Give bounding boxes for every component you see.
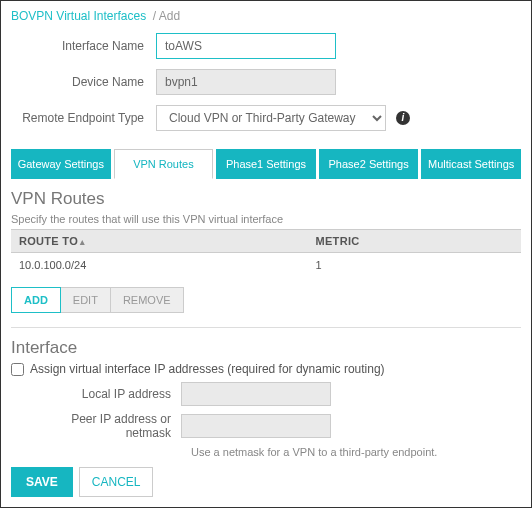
assign-ip-checkbox[interactable] xyxy=(11,363,24,376)
breadcrumb-current: Add xyxy=(159,9,180,23)
tab-multicast-settings[interactable]: Multicast Settings xyxy=(421,149,521,179)
remote-endpoint-label: Remote Endpoint Type xyxy=(11,111,156,125)
col-route-to[interactable]: ROUTE TO▴ xyxy=(11,230,308,253)
netmask-hint: Use a netmask for a VPN to a third-party… xyxy=(191,446,521,458)
interface-title: Interface xyxy=(11,338,521,358)
remote-endpoint-select[interactable]: Cloud VPN or Third-Party Gateway xyxy=(156,105,386,131)
cell-metric: 1 xyxy=(308,253,521,278)
tab-phase2-settings[interactable]: Phase2 Settings xyxy=(319,149,419,179)
vpn-routes-title: VPN Routes xyxy=(11,189,521,209)
device-name-field: bvpn1 xyxy=(156,69,336,95)
tab-gateway-settings[interactable]: Gateway Settings xyxy=(11,149,111,179)
local-ip-input xyxy=(181,382,331,406)
vpn-routes-subtitle: Specify the routes that will use this VP… xyxy=(11,213,521,225)
cancel-button[interactable]: CANCEL xyxy=(79,467,154,497)
local-ip-label: Local IP address xyxy=(11,387,181,401)
cell-route-to: 10.0.100.0/24 xyxy=(11,253,308,278)
peer-ip-input xyxy=(181,414,331,438)
tab-phase1-settings[interactable]: Phase1 Settings xyxy=(216,149,316,179)
tab-vpn-routes[interactable]: VPN Routes xyxy=(114,149,214,179)
routes-table: ROUTE TO▴ METRIC 10.0.100.0/24 1 xyxy=(11,229,521,277)
assign-ip-label: Assign virtual interface IP addresses (r… xyxy=(30,362,385,376)
add-button[interactable]: ADD xyxy=(11,287,61,313)
interface-name-input[interactable] xyxy=(156,33,336,59)
edit-button[interactable]: EDIT xyxy=(61,287,111,313)
table-row[interactable]: 10.0.100.0/24 1 xyxy=(11,253,521,278)
tabs: Gateway Settings VPN Routes Phase1 Setti… xyxy=(11,149,521,179)
sort-icon: ▴ xyxy=(80,237,85,247)
peer-ip-label: Peer IP address or netmask xyxy=(11,412,181,440)
device-name-label: Device Name xyxy=(11,75,156,89)
breadcrumb-parent[interactable]: BOVPN Virtual Interfaces xyxy=(11,9,146,23)
breadcrumb: BOVPN Virtual Interfaces / Add xyxy=(11,9,521,23)
info-icon[interactable]: i xyxy=(396,111,410,125)
save-button[interactable]: SAVE xyxy=(11,467,73,497)
col-metric[interactable]: METRIC xyxy=(308,230,521,253)
interface-name-label: Interface Name xyxy=(11,39,156,53)
remove-button[interactable]: REMOVE xyxy=(111,287,184,313)
